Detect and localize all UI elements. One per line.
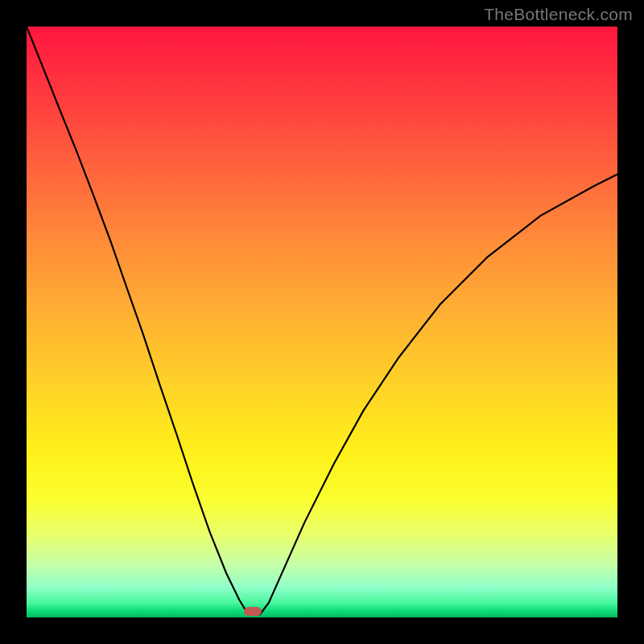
watermark-text: TheBottleneck.com [484,5,633,24]
bottleneck-marker [244,607,262,616]
plot-area [27,27,617,617]
bottleneck-curve [27,27,617,617]
chart-frame: TheBottleneck.com [0,0,644,644]
